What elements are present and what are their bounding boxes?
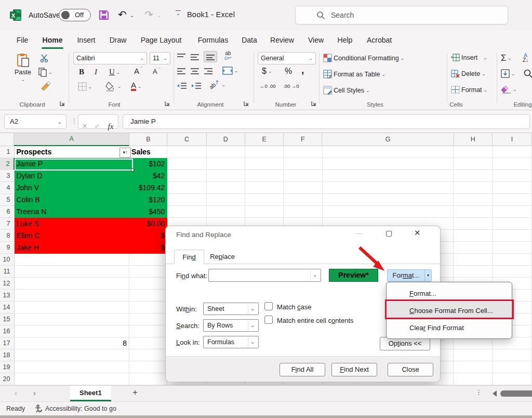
format-cells-button[interactable]: Format⌄ xyxy=(451,86,487,94)
ribbon-tab-home[interactable]: Home xyxy=(39,33,65,47)
cell-G6[interactable] xyxy=(323,206,454,218)
sheet-tab-sheet1[interactable]: Sheet1 xyxy=(70,386,111,401)
chevron-down-icon[interactable]: ⌄ xyxy=(248,337,257,347)
scroll-left-icon[interactable] xyxy=(493,390,497,397)
cell-H9[interactable] xyxy=(454,242,492,254)
cell-H8[interactable] xyxy=(454,230,492,242)
cell-B5[interactable]: $120 xyxy=(129,194,167,206)
select-all-corner[interactable] xyxy=(0,133,14,146)
cell-A18[interactable] xyxy=(15,349,130,361)
cell-I18[interactable] xyxy=(493,349,532,361)
close-button[interactable]: Close xyxy=(388,363,433,376)
cell-C2[interactable] xyxy=(167,158,206,170)
increase-font-button[interactable]: Aˆ xyxy=(134,67,142,75)
column-header-g[interactable]: G xyxy=(322,133,454,146)
cell-E2[interactable] xyxy=(245,158,284,170)
clipboard-dialog-launcher-icon[interactable] xyxy=(59,100,65,107)
row-header-15[interactable]: 15 xyxy=(0,314,15,325)
ribbon-tab-help[interactable]: Help xyxy=(334,33,356,47)
cell-A11[interactable] xyxy=(15,266,130,278)
tab-replace[interactable]: Replace xyxy=(205,250,240,264)
cell-I7[interactable] xyxy=(493,218,532,230)
clear-button[interactable]: ⌄ xyxy=(501,85,517,94)
alignment-dialog-launcher-icon[interactable] xyxy=(243,100,249,107)
cell-A1[interactable]: Prospects xyxy=(15,146,130,158)
copy-button[interactable]: ⌄ xyxy=(38,68,52,77)
cell-E3[interactable] xyxy=(245,170,284,182)
number-format-combo[interactable]: General⌄ xyxy=(258,52,316,64)
cell-B15[interactable] xyxy=(129,314,167,325)
cell-G2[interactable] xyxy=(323,158,454,170)
row-header-8[interactable]: 8 xyxy=(0,230,15,242)
autosave-toggle[interactable]: Off xyxy=(59,9,91,21)
cell-A10[interactable] xyxy=(15,254,130,266)
cell-B12[interactable] xyxy=(129,278,167,290)
column-header-c[interactable]: C xyxy=(167,133,206,146)
cell-B16[interactable] xyxy=(129,325,167,337)
column-header-b[interactable]: B xyxy=(129,133,167,146)
cell-I17[interactable] xyxy=(493,337,532,349)
redo-dropdown-icon[interactable]: ⌄ xyxy=(157,12,161,18)
filter-sort-button[interactable]: ▾↑ xyxy=(119,148,131,158)
row-header-2[interactable]: 2 xyxy=(0,158,15,170)
cell-H17[interactable] xyxy=(454,337,492,349)
fill-handle[interactable] xyxy=(131,168,134,172)
comma-style-button[interactable]: , xyxy=(301,64,304,76)
accounting-format-button[interactable]: $⌄ xyxy=(262,67,272,76)
cell-I20[interactable] xyxy=(493,373,532,385)
cell-I4[interactable] xyxy=(493,182,532,194)
increase-indent-button[interactable] xyxy=(191,82,202,89)
cell-A19[interactable] xyxy=(15,361,130,373)
format-as-table-button[interactable]: Format as Table⌄ xyxy=(323,70,385,79)
ribbon-tab-insert[interactable]: Insert xyxy=(73,33,100,47)
fill-color-button[interactable]: ⌄ xyxy=(105,81,122,92)
cell-H6[interactable] xyxy=(454,206,492,218)
ribbon-tab-review[interactable]: Review xyxy=(267,33,298,47)
cell-C6[interactable] xyxy=(167,206,206,218)
column-header-d[interactable]: D xyxy=(207,133,245,146)
match-case-checkbox[interactable] xyxy=(264,302,273,310)
save-icon[interactable] xyxy=(98,9,110,21)
customize-toolbar-icon[interactable]: ⌄ xyxy=(175,10,182,16)
cell-I2[interactable] xyxy=(493,158,532,170)
cell-B9[interactable]: $ xyxy=(129,242,167,254)
cell-B20[interactable] xyxy=(129,373,167,385)
ribbon-tab-acrobat[interactable]: Acrobat xyxy=(362,33,396,47)
within-select[interactable]: Sheet⌄ xyxy=(203,303,259,315)
row-header-20[interactable]: 20 xyxy=(0,373,15,385)
match-entire-checkbox[interactable] xyxy=(264,316,273,324)
format-button[interactable]: Format... xyxy=(387,269,424,282)
decrease-font-button[interactable]: Aˇ xyxy=(153,68,161,75)
cell-C5[interactable] xyxy=(167,194,206,206)
cell-B4[interactable]: $109.42 xyxy=(129,182,167,194)
ribbon-tab-file[interactable]: File xyxy=(12,33,33,47)
bold-button[interactable]: B xyxy=(79,68,84,76)
cell-D3[interactable] xyxy=(207,170,245,182)
font-dialog-launcher-icon[interactable] xyxy=(164,100,170,107)
row-header-4[interactable]: 4 xyxy=(0,182,15,194)
maximize-icon[interactable] xyxy=(386,231,392,237)
cell-G4[interactable] xyxy=(323,182,454,194)
search-select[interactable]: By Rows⌄ xyxy=(203,319,259,332)
cell-C1[interactable] xyxy=(167,146,206,158)
cell-A17[interactable]: 8 xyxy=(15,337,130,349)
number-dialog-launcher-icon[interactable] xyxy=(311,100,317,107)
cell-A20[interactable] xyxy=(15,373,130,385)
cell-G1[interactable] xyxy=(323,146,454,158)
cell-B19[interactable] xyxy=(129,361,167,373)
row-header-12[interactable]: 12 xyxy=(0,278,15,290)
menu-item-clear-find-format[interactable]: Clear Find Format xyxy=(387,319,512,336)
row-header-17[interactable]: 17 xyxy=(0,337,15,349)
decrease-decimal-button[interactable]: .00 →0 xyxy=(283,83,299,89)
add-sheet-button[interactable]: + xyxy=(132,387,138,398)
cell-H1[interactable] xyxy=(454,146,492,158)
cell-I1[interactable] xyxy=(493,146,532,158)
fill-button[interactable]: ⌄ xyxy=(501,69,515,78)
cell-A7[interactable]: Luke S xyxy=(15,218,130,230)
sort-filter-button[interactable]: AZ↓ xyxy=(523,53,528,62)
cell-B13[interactable] xyxy=(129,290,167,302)
underline-button[interactable]: U ⌄ xyxy=(109,68,120,76)
align-center-button[interactable] xyxy=(190,68,200,75)
merge-center-button[interactable]: ⌄ xyxy=(222,67,238,75)
increase-decimal-button[interactable]: ←0 .00 xyxy=(260,83,276,89)
